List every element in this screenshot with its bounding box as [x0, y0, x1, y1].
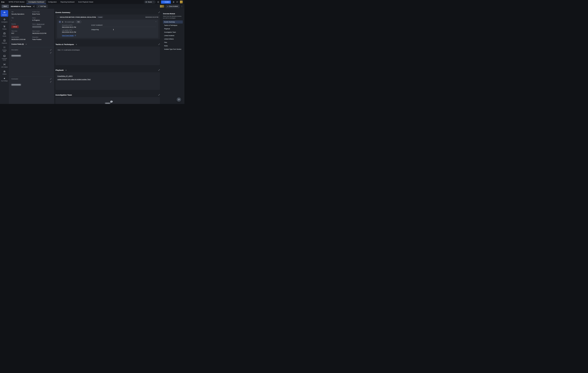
redacted-conclusion: [11, 84, 21, 85]
nav-reporting-dashboard[interactable]: Reporting Dashboard: [59, 0, 76, 4]
expand-conclusion-icon[interactable]: [50, 78, 52, 80]
field-label: Status: [32, 17, 52, 19]
field-disposition: Disposition False Positive: [32, 36, 52, 40]
module-item-files[interactable]: Files: [163, 41, 183, 44]
field-label: Incident Type: [32, 11, 52, 12]
escalation-group-header[interactable]: ESCALATION METHOD: DYANG (MANUAL ESCALAT…: [57, 16, 158, 19]
field-value: In Progress: [32, 19, 52, 21]
playbook-header: Playbook: [55, 69, 160, 72]
sidebar-item-overview[interactable]: Overview: [0, 10, 8, 17]
view-event-details-link[interactable]: View Event Details: [62, 35, 76, 37]
description-label: Description: [11, 49, 18, 54]
event-summary-header: EVENT SUMMARY: [91, 24, 156, 27]
binoculars-icon: [3, 11, 6, 13]
sidebar-item-artifacts[interactable]: Artifacts: [0, 69, 8, 76]
module-item-events-summary[interactable]: Events Summary: [163, 21, 183, 23]
field-status: Status In Progress: [32, 17, 52, 21]
overview-module-title: Overview Module: [163, 13, 183, 15]
chat-icon[interactable]: [176, 1, 178, 3]
field-label: Date Created: [32, 30, 52, 32]
master-dropdown[interactable]: Master: [144, 0, 156, 3]
sidebar-item-link-analysis[interactable]: Link Analysis: [0, 62, 8, 69]
field-site: Site Security Operations: [11, 11, 31, 15]
module-item-playbook[interactable]: Playbook: [163, 27, 183, 30]
view-event-details-label: View Event Details: [62, 35, 74, 36]
tactics-empty-prefix: Click: [58, 49, 61, 51]
sidebar-item-label: Key Findings: [1, 80, 8, 82]
assign-to-me-link[interactable]: (Assign to me): [36, 23, 44, 25]
module-item-tactics-techniques[interactable]: Tactics & Techniques: [163, 24, 183, 27]
add-tactics-button[interactable]: [75, 44, 77, 45]
field-label: Time Zone: [11, 30, 31, 32]
tactics-empty-suffix: to add tactics & techniques: [64, 49, 80, 51]
tactics-card: Click to add tactics & techniques: [55, 47, 160, 65]
add-custom-field-button[interactable]: [25, 43, 27, 45]
chevron-up-icon[interactable]: [155, 21, 157, 23]
svg-text:D3: D3: [3, 1, 4, 3]
incident-header-right: × Close Incident: [160, 5, 183, 8]
nav-investigation-dashboard[interactable]: Investigation Dashboard: [26, 0, 46, 4]
sidebar-item-command-centre[interactable]: Command Centre: [0, 54, 8, 62]
expand-description-icon[interactable]: [50, 49, 52, 51]
document-icon[interactable]: [173, 1, 175, 3]
edit-conclusion-icon[interactable]: [50, 81, 52, 83]
fingerprint-icon: [3, 70, 6, 73]
field-label: Site: [11, 11, 31, 12]
nav-event-playbook-viewer[interactable]: Event Playbook Viewer: [76, 0, 95, 4]
add-playbook-button[interactable]: [65, 69, 67, 71]
edit-description-icon[interactable]: [50, 52, 52, 54]
field-incident-type: Incident Type Brute Force: [32, 11, 52, 15]
sidebar-item-key-findings[interactable]: ★ Key Findings: [0, 76, 8, 83]
share-icon[interactable]: [33, 6, 35, 7]
kebab-menu-icon[interactable]: [181, 6, 183, 7]
close-incident-button[interactable]: × Close Incident: [166, 5, 179, 8]
sidebar-item-label: Playbooks: [2, 42, 7, 44]
user-avatar[interactable]: [180, 0, 183, 3]
sidebar-item-events[interactable]: Events: [0, 31, 8, 38]
module-item-investigation-team[interactable]: Investigation Team: [163, 31, 183, 34]
target-icon: [3, 18, 6, 21]
unique-key-label: Unique Key: [91, 29, 113, 31]
tactics-title: Tactics & Techniques: [55, 43, 74, 45]
chevron-down-icon: [153, 1, 154, 3]
main-column: Events Summary ESCALATION METHOD: DYANG …: [54, 9, 161, 104]
nav-mitre-attck-monitor[interactable]: MITRE ATT&CK Monitor: [7, 0, 26, 4]
sidebar-item-label: Investigation: [1, 21, 8, 23]
d3-logo[interactable]: D3: [0, 0, 7, 4]
last-update-label: Last update (UTC): [62, 29, 86, 31]
support-chat-fab[interactable]: [177, 97, 181, 102]
assignee-avatar: [160, 5, 164, 8]
last-update-value: 08/12/2024 09:21 PM: [62, 31, 86, 33]
info-icon[interactable]: [157, 1, 159, 3]
na-badge: N/A: [76, 21, 81, 23]
edit-tags-button[interactable]: Edit Tags: [37, 5, 48, 8]
back-button[interactable]: Back: [2, 5, 9, 8]
event-head-row: 1 - No event type N/A: [59, 21, 157, 23]
conclusion-section: Conclusion: [11, 78, 52, 85]
module-item-linked-incidents[interactable]: Linked Incidents: [163, 34, 183, 37]
nav-configuration[interactable]: Configuration: [46, 0, 59, 4]
divider: [9, 76, 54, 76]
add-incident-button[interactable]: Incident: [161, 0, 171, 4]
expand-events-summary-icon[interactable]: [158, 11, 160, 13]
expand-investigation-team-icon[interactable]: [158, 94, 160, 96]
chevron-down-icon[interactable]: [57, 16, 59, 18]
module-item-notes[interactable]: Notes: [163, 44, 183, 47]
playbook-link[interactable]: CrowdStrike_DT_10674: [57, 75, 73, 77]
field-value: Security Operations: [11, 13, 31, 15]
playbook-link[interactable]: update dynamic form value by incident nu…: [57, 79, 91, 80]
sidebar-item-investigation[interactable]: Investigation: [0, 17, 8, 24]
sidebar-item-label: Artifacts: [2, 73, 6, 75]
field-label: Disposition: [32, 36, 52, 38]
sidebar-item-playbooks[interactable]: Playbooks: [0, 38, 8, 45]
sidebar-item-timeline[interactable]: Timeline: [0, 24, 8, 31]
expand-playbook-icon[interactable]: [158, 69, 160, 71]
sidebar-item-pending-tasks[interactable]: Pending Tasks: [0, 45, 8, 53]
redacted-owner-name: [33, 26, 40, 27]
redacted-avatar: [180, 0, 183, 3]
expand-tactics-icon[interactable]: [158, 43, 160, 45]
module-item-incident-type-form-section[interactable]: Incident Type Form Section: [163, 48, 183, 51]
field-date-modified: Date Modified 09/25/2024 10:00 AM: [11, 36, 31, 40]
module-item-linked-artifacts[interactable]: Linked Artifacts: [163, 38, 183, 41]
star-icon: ★: [3, 77, 5, 80]
